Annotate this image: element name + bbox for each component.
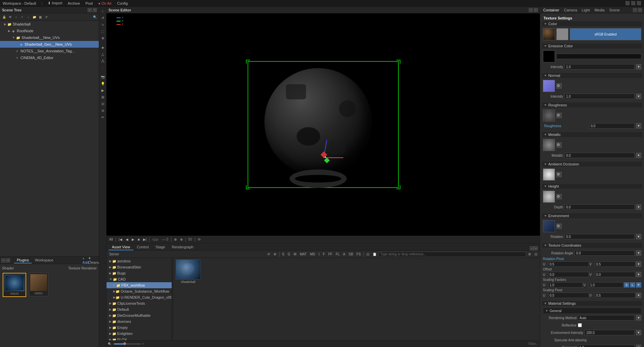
offset-u[interactable]: 0.0 — [548, 272, 589, 277]
texture-container[interactable]: #6651 — [29, 273, 48, 296]
general-section-header[interactable]: ▼ General — [543, 308, 641, 314]
offset-v[interactable]: 0.0 — [595, 272, 636, 277]
rot-pivot-label[interactable]: Rotation Pivot — [543, 257, 641, 261]
filter-md[interactable]: MD — [309, 251, 317, 257]
ao-texture-preview[interactable] — [543, 168, 555, 181]
tree-diverses[interactable]: ▶ 📁 diverses — [106, 318, 172, 325]
panel-close2-btn[interactable]: × — [6, 258, 10, 262]
vt-rotate[interactable]: ↺ — [100, 15, 106, 21]
rtab-container[interactable]: Container — [542, 8, 560, 12]
tree-bones[interactable]: ▶ 📁 BonesandSkin — [106, 264, 172, 270]
filter-f[interactable]: F — [321, 251, 326, 257]
rtab-media[interactable]: Media — [594, 8, 606, 12]
normal-section-header[interactable]: ▼ Normal — [542, 72, 643, 79]
vt-scale[interactable]: ⤡ — [100, 21, 106, 28]
normal-intensity-value[interactable]: 1.0 — [564, 94, 635, 99]
height-section-header[interactable]: ▼ Height — [542, 183, 643, 189]
asset-refresh-btn[interactable]: ⊡ — [533, 251, 539, 257]
tab-plugins[interactable]: Plugins — [14, 257, 32, 263]
vp-frame-range[interactable]: ◁ ▷ — [151, 237, 160, 243]
viewport[interactable]: 1 — [106, 13, 540, 236]
se-close-btn[interactable]: × — [534, 8, 538, 12]
env-texture-preview[interactable] — [543, 220, 555, 232]
zoom-slider[interactable] — [114, 343, 141, 345]
roughness-prop-label[interactable]: Roughness — [543, 123, 588, 129]
rot-angle-value[interactable]: 0.0 — [574, 250, 635, 256]
panel-expand-btn[interactable]: ↔ — [1, 258, 5, 262]
tree-item-cinema4d[interactable]: + CINEMA_4D_Editor — [0, 54, 99, 61]
rot-angle-dropdown[interactable]: ▼ — [636, 250, 641, 256]
tree-octane[interactable]: ▶ 📁 Octane_Substance_Workflow — [106, 288, 172, 294]
ao-section-header[interactable]: ▼ Ambient Occlusion — [542, 161, 643, 167]
vt-obj[interactable]: ◈ — [100, 44, 106, 50]
offset-dropdown[interactable]: ▼ — [636, 272, 641, 277]
rotation-dropdown[interactable]: ▼ — [636, 234, 641, 239]
metallic-section-header[interactable]: ▼ Metallic — [542, 132, 643, 138]
roughness-dropdown[interactable]: ▼ — [636, 123, 641, 129]
env-section-header[interactable]: ▼ Environment — [542, 213, 643, 219]
tree-item-geo[interactable]: ◉ Shaderball_Geo__New_UVs — [0, 41, 99, 48]
filter-s[interactable]: S — [281, 251, 286, 257]
filter-g[interactable]: G — [286, 251, 292, 257]
filter-a[interactable]: A — [342, 251, 347, 257]
scale-v[interactable]: 1.0 — [589, 282, 624, 288]
rotation-value[interactable]: 0.0 — [564, 234, 635, 239]
texcoords-header[interactable]: ▼ Texture Coordinates — [542, 242, 643, 248]
metallic-settings-btn[interactable]: ⚙ — [556, 142, 562, 148]
tree-add-btn[interactable]: + — [19, 14, 25, 20]
vt-polygon[interactable]: △ — [100, 51, 106, 57]
material-settings-header[interactable]: ▼ Material Settings — [542, 300, 643, 306]
rtab-scene[interactable]: Scene — [608, 8, 621, 12]
metallic-value[interactable]: 0.0 — [564, 153, 635, 158]
vt-snap[interactable]: ⊡ — [100, 101, 106, 107]
menu-config[interactable]: Config — [116, 1, 129, 5]
filter-mat[interactable]: MAT — [298, 251, 308, 257]
srgb-btn[interactable]: sRGB Enabled — [570, 28, 641, 40]
tree-clip[interactable]: ▶ 📁 ClipLicenseTests — [106, 300, 172, 306]
filter-fl[interactable]: FL — [334, 251, 341, 257]
normal-dropdown[interactable]: ▼ — [636, 94, 641, 99]
roughness-texture-preview[interactable] — [543, 109, 555, 121]
tab-workspace[interactable]: Workspace — [32, 257, 56, 263]
vp-play-btn[interactable]: ▶ — [130, 237, 136, 243]
asset-settings2-btn[interactable]: ⚙ — [527, 251, 532, 257]
spivot-dropdown[interactable]: ▼ — [636, 293, 641, 298]
filter-sb[interactable]: SB — [347, 251, 354, 257]
p-btn[interactable]: P — [636, 282, 641, 288]
vp-next-btn[interactable]: ▶| — [142, 237, 148, 243]
filter-i[interactable]: I — [317, 251, 321, 257]
roughness-value[interactable]: 0.0 — [589, 123, 635, 129]
vt-light[interactable]: 💡 — [100, 81, 106, 87]
tree-select-btn[interactable]: ▦ — [38, 14, 43, 20]
exponent-value[interactable]: 1.0 — [578, 345, 635, 347]
filter-ff[interactable]: FF — [327, 251, 334, 257]
normal-texture-preview[interactable] — [543, 80, 555, 92]
menu-archive[interactable]: Archive — [67, 1, 82, 5]
tree-enlighten[interactable]: ▶ 📁 Enlighten — [106, 331, 172, 337]
vp-loop-btn[interactable]: ⊗ — [179, 237, 184, 243]
exponent-dropdown[interactable]: ▼ — [636, 345, 641, 347]
tree-flox[interactable]: ▶ 📁 FLOX — [106, 337, 172, 340]
vt-camera[interactable]: 📷 — [100, 74, 106, 80]
rtab-light[interactable]: Light — [581, 8, 591, 12]
s-btn[interactable]: S — [624, 282, 629, 288]
tab-asset-view[interactable]: Asset View — [109, 244, 133, 250]
spivot-v[interactable]: 0.5 — [595, 293, 636, 298]
vt-paint[interactable]: ✏ — [100, 114, 106, 120]
tree-item-notes[interactable]: + NOTES__See_Annotation_Tag... — [0, 48, 99, 54]
scale-u[interactable]: 1.0 — [548, 282, 583, 288]
normal-settings-btn[interactable]: ⚙ — [556, 83, 562, 89]
tree-folder-btn[interactable]: 📁 — [32, 14, 37, 20]
color-texture-preview[interactable] — [543, 28, 555, 40]
asset-search-input[interactable] — [379, 252, 526, 257]
metallic-dropdown[interactable]: ▼ — [636, 153, 641, 158]
tree-item-rootnode[interactable]: ▶ ◈ RootNode — [0, 28, 99, 34]
env-settings-btn[interactable]: ⚙ — [556, 224, 562, 229]
panel-pin-btn[interactable]: ▪ — [88, 8, 92, 12]
vt-grid[interactable]: ⊞ — [100, 94, 106, 100]
asset-settings-btn[interactable]: ⚙ — [272, 251, 278, 257]
spivot-u[interactable]: 0.5 — [548, 293, 589, 298]
se-expand-btn[interactable]: ↔ — [529, 8, 533, 12]
menu-post[interactable]: Post — [84, 1, 94, 5]
tree-item-shaderball-uvs[interactable]: ▼ 📁 Shaderball__New_UVs — [0, 34, 99, 41]
